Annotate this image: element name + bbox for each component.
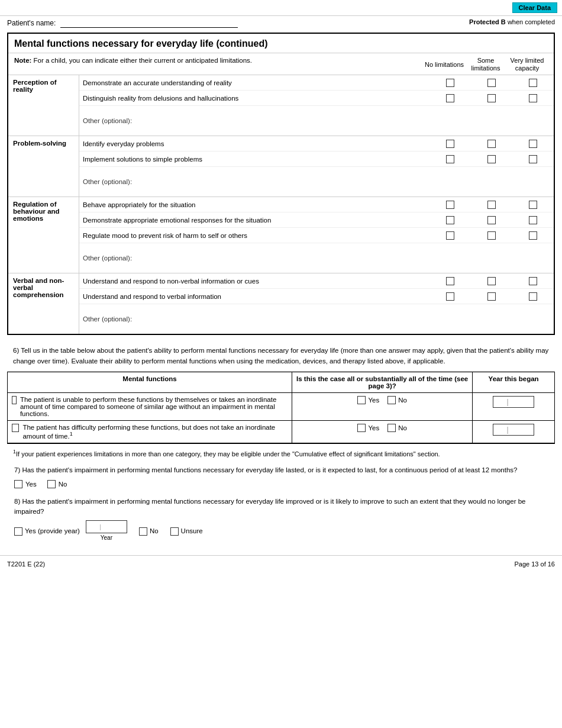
clear-data-button[interactable]: Clear Data <box>512 2 557 13</box>
section7-no: No <box>47 479 67 489</box>
checkbox-very-limited[interactable] <box>529 231 537 240</box>
section8-inner: Yes (provide year) Year No Unsure <box>14 520 548 542</box>
form-title: Mental functions necessary for everyday … <box>8 34 554 53</box>
table6-row1-year <box>473 392 555 420</box>
checkbox-very-limited[interactable] <box>529 277 537 285</box>
year-input-box[interactable] <box>493 424 534 436</box>
section-label-verbal: Verbal and non-verbal comprehension <box>8 273 79 334</box>
section7-no-label: No <box>59 479 67 489</box>
item-checkboxes <box>424 79 554 87</box>
table6: Mental functions Is this the case all or… <box>7 372 555 443</box>
section8-year-group: Year <box>86 520 127 542</box>
section8-yes-label: Yes (provide year) <box>25 526 80 536</box>
checkbox-some-limitations[interactable] <box>487 231 496 240</box>
item-row: Understand and respond to verbal informa… <box>79 289 554 304</box>
yn-no: No <box>387 396 407 404</box>
section8-year-input[interactable] <box>86 520 127 533</box>
table6-row2: The patient has difficulty performing th… <box>8 420 555 443</box>
checkbox-cell <box>471 94 512 102</box>
yn-yes: Yes <box>357 424 379 432</box>
yes-no-row: Yes No <box>296 396 468 404</box>
top-bar: Clear Data <box>0 0 562 16</box>
checkbox-no-limitations[interactable] <box>446 155 454 163</box>
checkbox-no-limitations[interactable] <box>446 216 454 224</box>
section7-yes-label: Yes <box>25 479 37 489</box>
checkbox-some-limitations[interactable] <box>487 216 496 224</box>
form-box: Mental functions necessary for everyday … <box>7 33 555 335</box>
item-text-optional: Other (optional): <box>79 313 424 325</box>
checkbox-cell <box>512 94 554 102</box>
patient-name-label: Patient's name: <box>7 19 56 27</box>
checkbox-cell <box>512 155 554 163</box>
section8-yes-checkbox[interactable] <box>14 527 22 536</box>
section7-no-checkbox[interactable] <box>47 480 56 488</box>
note-text: Note: For a child, you can indicate eith… <box>14 57 418 64</box>
item-row: Distinguish reality from delusions and h… <box>79 91 554 106</box>
checkbox-no-limitations[interactable] <box>446 231 454 240</box>
checkbox-very-limited[interactable] <box>529 79 537 87</box>
item-text: Understand and respond to non-verbal inf… <box>79 275 424 287</box>
checkbox-no-limitations[interactable] <box>446 292 454 301</box>
row1-checkbox[interactable] <box>12 396 17 404</box>
section8-no-checkbox[interactable] <box>139 527 147 536</box>
item-checkboxes <box>424 277 554 285</box>
checkbox-very-limited[interactable] <box>529 216 537 224</box>
item-text-optional: Other (optional): <box>79 115 424 127</box>
checkbox-some-limitations[interactable] <box>487 79 496 87</box>
section8-year-label: Year <box>101 533 112 542</box>
year-input-box[interactable] <box>493 396 534 408</box>
row1-no-checkbox[interactable] <box>387 396 396 404</box>
note-body: For a child, you can indicate either the… <box>31 57 252 64</box>
row2-no-label: No <box>398 424 407 431</box>
item-row: Regulate mood to prevent risk of harm to… <box>79 228 554 243</box>
section7-text: 7) Has the patient's impairment in perfo… <box>14 465 548 475</box>
item-text-optional: Other (optional): <box>79 176 424 188</box>
row1-yes-checkbox[interactable] <box>357 396 366 404</box>
checkbox-no-limitations[interactable] <box>446 201 454 209</box>
table6-row2-text: The patient has difficulty performing th… <box>8 420 292 443</box>
checkbox-some-limitations[interactable] <box>487 201 496 209</box>
item-row: Demonstrate an accurate understanding of… <box>79 75 554 91</box>
note-prefix: Note: <box>14 57 31 64</box>
section7-yes-checkbox[interactable] <box>14 480 22 488</box>
checkbox-some-limitations[interactable] <box>487 94 496 102</box>
table6-row1-yn: Yes No <box>292 392 473 420</box>
checkbox-some-limitations[interactable] <box>487 155 496 163</box>
section6-intro-text: 6) Tell us in the table below about the … <box>13 347 548 364</box>
item-checkboxes <box>424 292 554 301</box>
footer-form-id: T2201 E (22) <box>7 561 45 568</box>
checkbox-very-limited[interactable] <box>529 94 537 102</box>
row2-checkbox[interactable] <box>12 424 19 432</box>
checkbox-cell <box>512 140 554 148</box>
checkbox-cell <box>429 94 471 102</box>
checkbox-some-limitations[interactable] <box>487 277 496 285</box>
section-label-perception: Perception ofreality <box>8 75 79 136</box>
row2-yes-checkbox[interactable] <box>357 424 366 432</box>
checkbox-some-limitations[interactable] <box>487 140 496 148</box>
patient-name-field[interactable] <box>60 18 238 28</box>
checkbox-very-limited[interactable] <box>529 201 537 209</box>
section7-yes: Yes <box>14 479 37 489</box>
checkbox-cell <box>471 79 512 87</box>
table6-row2-year <box>473 420 555 443</box>
checkbox-no-limitations[interactable] <box>446 140 454 148</box>
checkbox-very-limited[interactable] <box>529 140 537 148</box>
section8-unsure-checkbox[interactable] <box>170 527 179 536</box>
checkbox-no-limitations[interactable] <box>446 277 454 285</box>
checkbox-cell <box>471 216 512 224</box>
checkbox-very-limited[interactable] <box>529 155 537 163</box>
item-checkboxes <box>424 140 554 148</box>
checkbox-no-limitations[interactable] <box>446 94 454 102</box>
section-items-regulation: Behave appropriately for the situation D… <box>79 197 554 273</box>
row1-yes-label: Yes <box>368 397 379 404</box>
yn-yes: Yes <box>357 396 379 404</box>
row2-no-checkbox[interactable] <box>387 424 396 432</box>
row2-yes-label: Yes <box>368 424 379 431</box>
checkbox-some-limitations[interactable] <box>487 292 496 301</box>
main-content: Mental functions necessary for everyday … <box>0 29 562 550</box>
checkbox-very-limited[interactable] <box>529 292 537 301</box>
checkbox-no-limitations[interactable] <box>446 79 454 87</box>
item-text: Demonstrate appropriate emotional respon… <box>79 214 424 226</box>
item-checkboxes <box>424 155 554 163</box>
table6-col1-header: Mental functions <box>8 372 292 392</box>
